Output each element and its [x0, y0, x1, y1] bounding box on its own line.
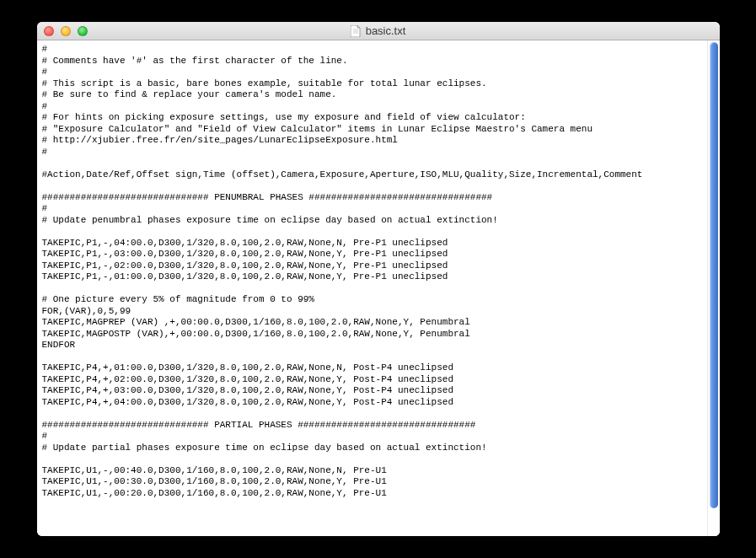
minimize-button[interactable] — [61, 26, 71, 36]
scroll-thumb[interactable] — [710, 42, 718, 508]
title-wrap: basic.txt — [44, 24, 713, 37]
window-title: basic.txt — [366, 24, 406, 37]
zoom-button[interactable] — [78, 26, 88, 36]
document-icon — [351, 25, 361, 37]
titlebar[interactable]: basic.txt — [37, 22, 720, 40]
scrollbar[interactable] — [707, 40, 720, 536]
text-editor-window: basic.txt # # Comments have '#' as the f… — [37, 22, 720, 536]
close-button[interactable] — [44, 26, 54, 36]
text-content[interactable]: # # Comments have '#' as the first chara… — [37, 40, 707, 536]
content-area: # # Comments have '#' as the first chara… — [37, 40, 720, 536]
traffic-lights — [44, 26, 88, 36]
